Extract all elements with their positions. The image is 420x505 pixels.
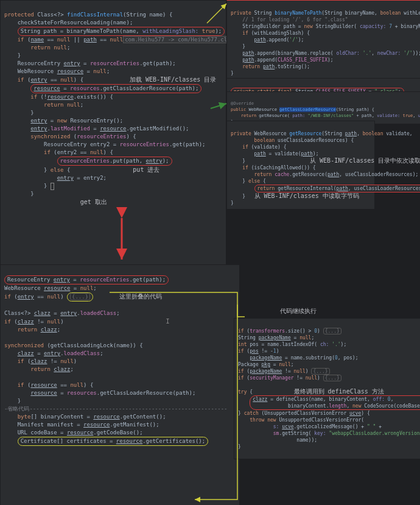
cl: URL codeBase = resource.getCodeBase(); bbox=[4, 429, 143, 436]
mid-code-panel: ResourceEntry entry = resourceEntries.ge… bbox=[0, 264, 240, 505]
ann-load-webinf: 加载 WEB-INF/classes 目录 bbox=[130, 76, 216, 83]
cl: byte[] binaryContent = resource.getConte… bbox=[4, 414, 166, 420]
cl: } 从 WEB-INF/classes 目录中依次读取 bbox=[231, 158, 420, 164]
ann-get-label: get 取出 bbox=[80, 199, 107, 205]
cl: if (clazz != null) bbox=[4, 358, 77, 364]
hl-put: resourceEntries.put(path, entry); bbox=[57, 157, 172, 166]
cl: if (entry2 == null) { bbox=[4, 149, 113, 155]
cl: if (!resource.exists()) { bbox=[4, 94, 113, 100]
cl: } bbox=[231, 71, 234, 76]
cl: if (resource == null) { bbox=[4, 382, 93, 388]
ann-omitted: -省略代码-- bbox=[4, 406, 36, 412]
cl: String path = binaryNameToPath(name, wit… bbox=[4, 28, 225, 34]
cl: protected Class<?> findClassInternal(Str… bbox=[4, 12, 172, 18]
cl: -省略代码-----------------------------------… bbox=[4, 406, 228, 412]
cl: if (packageName != null) {...} bbox=[238, 368, 330, 375]
cl: synchronized (getClassLoadingLock(name))… bbox=[4, 342, 143, 348]
cl bbox=[4, 302, 7, 308]
hl-path: String path = binaryNameToPath(name, wit… bbox=[18, 27, 225, 36]
cl: boolean useClassLoaderResources) { bbox=[231, 138, 354, 143]
cl: if (isCachingAllowed()) { bbox=[231, 165, 316, 171]
cl: } else { bbox=[231, 178, 266, 184]
cl: int pos = name.lastIndexOf( ch: '.'); bbox=[238, 342, 346, 347]
cl: // 1 for leading '/', 6 for ".class" bbox=[231, 17, 348, 23]
cl: WebResource resource = null; bbox=[4, 68, 110, 74]
hl-getresource: resource = resources.getClassLoaderResou… bbox=[30, 84, 201, 93]
cl: clazz = entry.loadedClass; bbox=[4, 350, 103, 356]
cl: Class<?> clazz = entry.loadedClass; bbox=[4, 310, 120, 316]
cl: ResourceEntry entry2 = resourceEntries.g… bbox=[4, 141, 206, 147]
cl bbox=[4, 374, 7, 380]
cl: } catch (UnsupportedClassVersionError uc… bbox=[238, 411, 370, 416]
cl: if (withLeadingSlash) { bbox=[231, 30, 310, 36]
cl: sm.getString( key: "webappClassLoader.wr… bbox=[238, 431, 420, 436]
cl: return clazz; bbox=[4, 366, 74, 372]
cl: packageName = name.substring(0, pos); bbox=[238, 355, 359, 361]
cl: s: ucve.getLocalizedMessage() + " " + bbox=[238, 424, 382, 429]
cl: path.append(binaryName.replace( oldChar:… bbox=[231, 51, 420, 56]
cl: @Override bbox=[231, 101, 254, 106]
cl: get 取出 bbox=[4, 199, 107, 205]
cl: resourceEntries.put(path, entry); bbox=[4, 158, 172, 164]
cl: path.append(CLASS_FILE_SUFFIX); bbox=[231, 57, 334, 63]
cl: if (validate) { bbox=[231, 144, 287, 150]
cl: throw new UnsupportedClassVersionError( bbox=[238, 417, 364, 423]
cl: private String binaryNameToPath(String b… bbox=[231, 10, 420, 16]
cl: try { 最终调用到 defineClass 方法 bbox=[238, 389, 384, 395]
code-diagram: protected Class<?> protected Class<?> fi… bbox=[0, 0, 420, 505]
cl: return getResourceInternal(path, useClas… bbox=[231, 186, 420, 191]
cl: if (entry == null) {...} 这里折叠的代码 bbox=[4, 294, 162, 300]
ann-put-label: put 进去 bbox=[133, 166, 159, 173]
cl: checkStateForResourceLoading(name); bbox=[4, 19, 133, 26]
cl bbox=[238, 382, 241, 387]
cl: String packageName = null; bbox=[238, 335, 314, 341]
cl: if (transformers.size() > 0) {...} bbox=[238, 328, 341, 334]
cl: if (name == null || path == nullcom.Heih… bbox=[4, 36, 239, 43]
cl: } bbox=[4, 398, 21, 404]
cl: entry = entry2; bbox=[4, 175, 107, 181]
cl: return cache.getResource(path, useClassL… bbox=[231, 172, 418, 177]
cl: return clazz; bbox=[4, 327, 60, 333]
cl: WebResource resource = null; bbox=[4, 285, 97, 291]
cl: entry.lastModified = resource.getLastMod… bbox=[4, 125, 189, 132]
cl: if (pos != -1) bbox=[238, 348, 279, 354]
cl: ResourceEntry entry = resourceEntries.ge… bbox=[4, 277, 169, 283]
cl: resource = resources.getClassLoaderResou… bbox=[4, 390, 195, 396]
popup-tooltip: com.Heihu577 -> com/Heihu577.class bbox=[123, 36, 239, 43]
r1-binarynametopath: private String binaryNameToPath(String b… bbox=[226, 0, 420, 80]
cl: return null; bbox=[4, 44, 70, 51]
hl-entry-get: ResourceEntry entry = resourceEntries.ge… bbox=[4, 275, 169, 284]
r4-getresource: private WebResource getResource(String p… bbox=[226, 121, 375, 210]
cl: entry = new ResourceEntry(); bbox=[4, 118, 123, 124]
cl: if (entry == null) { 加载 WEB-INF/classes … bbox=[4, 77, 216, 83]
cl bbox=[4, 334, 7, 341]
ann-defineclass: 最终调用到 defineClass 方法 bbox=[294, 388, 384, 395]
cl: public WebResource getClassLoaderResourc… bbox=[231, 107, 374, 112]
cl: ResourceEntry entry = resourceEntries.ge… bbox=[4, 60, 176, 66]
cl: } bbox=[4, 52, 21, 58]
ann-continue: 代码继续执行 bbox=[280, 307, 317, 316]
cl: return getResource( path: "/WEB-INF/clas… bbox=[231, 113, 420, 118]
cl: Manifest manifest = resource.getManifest… bbox=[4, 422, 159, 428]
left-code-panel-lines: protected Class<?> findClassInternal(Str… bbox=[0, 0, 226, 269]
cl: return path.toString(); bbox=[231, 64, 310, 69]
hl-defineclass: clazz = defineClass(name, binaryContent,… bbox=[250, 395, 420, 410]
hl-getresinternal: return getResourceInternal(path, useClas… bbox=[254, 185, 420, 192]
cl: private WebResource getResource(String p… bbox=[231, 131, 413, 136]
cl: Package pkg = null; bbox=[238, 362, 294, 367]
cl: if (securityManager != null) {...} bbox=[238, 375, 341, 381]
r5-defineclass: if (transformers.size() > 0) {...} Strin… bbox=[234, 318, 420, 459]
ann-read-bytes: 从 WEB-INF/classes 中读取字节码 bbox=[254, 192, 359, 199]
cl: } bbox=[231, 200, 234, 206]
hl-fold[interactable]: {...} bbox=[67, 292, 93, 302]
cl: } bbox=[238, 444, 241, 450]
cl: } bbox=[4, 110, 34, 116]
cl: } bbox=[4, 183, 54, 189]
cl: } bbox=[231, 44, 245, 49]
cl: } bbox=[4, 191, 34, 197]
cl: Certificate[] certificates = resource.ge… bbox=[4, 438, 208, 444]
cl: return null; bbox=[4, 102, 83, 108]
cl: synchronized (resourceEntries) { bbox=[4, 133, 136, 139]
ann-read-dir: 从 WEB-INF/classes 目录中依次读取 bbox=[310, 157, 420, 164]
hl-certs: Certificate[] certificates = resource.ge… bbox=[18, 437, 208, 446]
